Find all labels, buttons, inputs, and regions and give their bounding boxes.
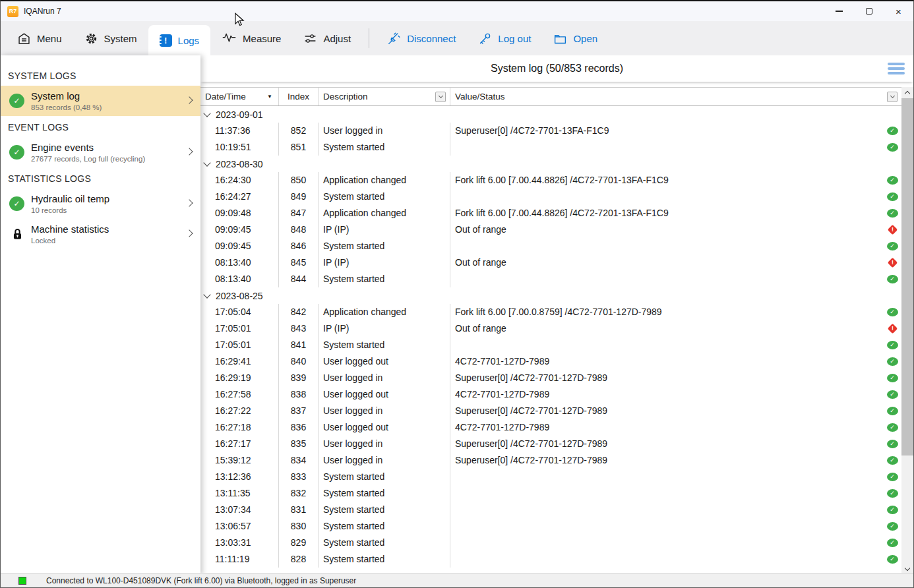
table-row[interactable]: 13:03:31829System started✓	[200, 535, 901, 551]
cell-status: !	[883, 221, 901, 238]
menu-button[interactable]: Menu	[6, 21, 73, 55]
table-row[interactable]: 13:11:35832System started✓	[200, 485, 901, 502]
logs-label: Logs	[178, 35, 200, 46]
cell-index: 845	[278, 254, 318, 271]
table-row[interactable]: 11:11:19828System started✓	[200, 551, 901, 568]
chevron-right-icon[interactable]	[185, 229, 193, 237]
table-row[interactable]: 16:29:19839User logged inSuperuser[0] /4…	[200, 370, 901, 386]
chevron-right-icon[interactable]	[185, 199, 193, 206]
table-row[interactable]: 16:29:41840User logged out4C72-7701-127D…	[200, 353, 901, 370]
table-row[interactable]: 16:24:27849System started✓	[200, 189, 901, 205]
table-row[interactable]: 17:05:01841System started✓	[200, 337, 901, 353]
sidebar-item-engine-events[interactable]: ✓Engine events27677 records, Log full (r…	[1, 137, 200, 167]
cell-value	[450, 189, 883, 205]
scrollbar-thumb[interactable]	[901, 98, 913, 456]
chevron-down-icon[interactable]	[203, 109, 210, 117]
group-row[interactable]: 2023-09-01	[200, 106, 901, 123]
table-row[interactable]: 13:12:36833System started✓	[200, 469, 901, 485]
lock-icon	[10, 227, 24, 241]
cell-description: Application changed	[318, 304, 450, 320]
filter-dropdown-icon[interactable]	[887, 92, 898, 102]
logout-label: Log out	[498, 33, 531, 44]
sidebar-item-system-log[interactable]: ✓System log853 records (0,48 %)	[1, 86, 200, 116]
table-row[interactable]: 13:06:57830System started✓	[200, 518, 901, 535]
cell-value: Fork lift 6.00 [7.00.0.8759] /4C72-7701-…	[450, 304, 883, 320]
cell-index: 828	[278, 551, 318, 568]
column-header-value-status[interactable]: Value/Status	[450, 88, 901, 105]
sidebar-item-detail: 853 records (0,48 %)	[31, 103, 183, 111]
group-row[interactable]: 2023-08-30	[200, 156, 901, 172]
table-row[interactable]: 16:27:17835User logged inSuperuser[0] /4…	[200, 436, 901, 452]
minimize-button[interactable]	[824, 1, 854, 21]
group-row[interactable]: 2023-08-25	[200, 287, 901, 304]
table-row[interactable]: 17:05:01843IP (IP)Out of range!	[200, 320, 901, 337]
column-header-datetime[interactable]: Date/Time ▼	[200, 88, 278, 105]
logs-tab[interactable]: ! Logs	[148, 25, 211, 55]
chevron-down-icon[interactable]	[203, 159, 210, 166]
sidebar-section-title: SYSTEM LOGS	[1, 65, 200, 86]
log-icon: !	[160, 34, 172, 47]
sidebar-item-title: System log	[31, 90, 183, 102]
waveform-icon	[222, 32, 237, 45]
cell-index: 852	[278, 123, 318, 139]
group-date-label: 2023-08-25	[216, 291, 263, 301]
cell-value	[450, 535, 883, 551]
cell-index: 844	[278, 271, 318, 287]
status-bar: Connected to WL100-D451089DVK (Fork lift…	[1, 573, 913, 587]
cell-description: System started	[318, 189, 450, 205]
chevron-right-icon[interactable]	[185, 148, 193, 155]
table-row[interactable]: 16:27:18836User logged out4C72-7701-127D…	[200, 419, 901, 436]
filter-dropdown-icon[interactable]	[435, 92, 446, 102]
plug-icon	[387, 32, 401, 45]
cell-status: ✓	[883, 123, 901, 139]
table-row[interactable]: 15:39:12834User logged inSuperuser[0] /4…	[200, 452, 901, 469]
adjust-button[interactable]: Adjust	[292, 21, 362, 55]
maximize-button[interactable]	[854, 1, 884, 21]
cell-value: Fork lift 6.00 [7.00.44.8826] /4C72-7701…	[450, 172, 883, 189]
sidebar-item-title: Hydraulic oil temp	[31, 192, 183, 205]
hamburger-menu-icon[interactable]	[888, 63, 905, 76]
scroll-up-icon[interactable]	[901, 87, 913, 98]
chevron-right-icon[interactable]	[185, 96, 193, 103]
table-row[interactable]: 08:13:40845IP (IP)Out of range!	[200, 254, 901, 271]
table-row[interactable]: 10:19:51851System started✓	[200, 139, 901, 156]
table-row[interactable]: 09:09:45846System started✓	[200, 238, 901, 254]
cell-status: ✓	[883, 139, 901, 156]
status-ok-icon: ✓	[887, 440, 898, 448]
table-row[interactable]: 09:09:45848IP (IP)Out of range!	[200, 221, 901, 238]
table-row[interactable]: 13:07:34831System started✓	[200, 502, 901, 518]
disconnect-button[interactable]: Disconnect	[376, 21, 467, 55]
chevron-down-icon[interactable]	[203, 291, 210, 298]
table-row[interactable]: 09:09:48847Application changedFork lift …	[200, 205, 901, 221]
sidebar-item-machine-statistics[interactable]: Machine statisticsLocked	[1, 219, 200, 249]
key-icon	[478, 32, 492, 45]
vertical-scrollbar[interactable]	[901, 87, 913, 575]
cell-value	[450, 469, 883, 485]
cell-status: ✓	[883, 502, 901, 518]
status-ok-icon: ✓	[887, 522, 898, 531]
table-row[interactable]: 17:05:04842Application changedFork lift …	[200, 304, 901, 320]
system-button[interactable]: System	[73, 21, 148, 55]
cell-value	[450, 238, 883, 254]
table-row[interactable]: 08:13:40844System started✓	[200, 271, 901, 287]
cell-datetime: 09:09:48	[200, 205, 278, 221]
open-button[interactable]: Open	[542, 21, 609, 55]
measure-button[interactable]: Measure	[210, 21, 292, 55]
cell-value	[450, 518, 883, 535]
cell-value: 4C72-7701-127D-7989	[450, 353, 883, 370]
table-row[interactable]: 16:27:22837User logged inSuperuser[0] /4…	[200, 403, 901, 419]
column-header-index[interactable]: Index	[278, 88, 318, 105]
sidebar-item-hydraulic-oil-temp[interactable]: ✓Hydraulic oil temp10 records	[1, 189, 200, 219]
close-button[interactable]: ×	[884, 1, 913, 21]
table-row[interactable]: 16:24:30850Application changedFork lift …	[200, 172, 901, 189]
cell-index: 841	[278, 337, 318, 353]
table-row[interactable]: 16:27:58838User logged out4C72-7701-127D…	[200, 386, 901, 403]
status-ok-icon: ✓	[887, 473, 898, 481]
cell-value: Fork lift 6.00 [7.00.44.8826] /4C72-7201…	[450, 205, 883, 221]
table-row[interactable]: 11:37:36852User logged inSuperuser[0] /4…	[200, 123, 901, 139]
cell-value	[450, 139, 883, 156]
cell-datetime: 16:27:22	[200, 403, 278, 419]
column-header-description[interactable]: Description	[318, 88, 450, 105]
logout-button[interactable]: Log out	[467, 21, 542, 55]
cell-index: 843	[278, 320, 318, 337]
